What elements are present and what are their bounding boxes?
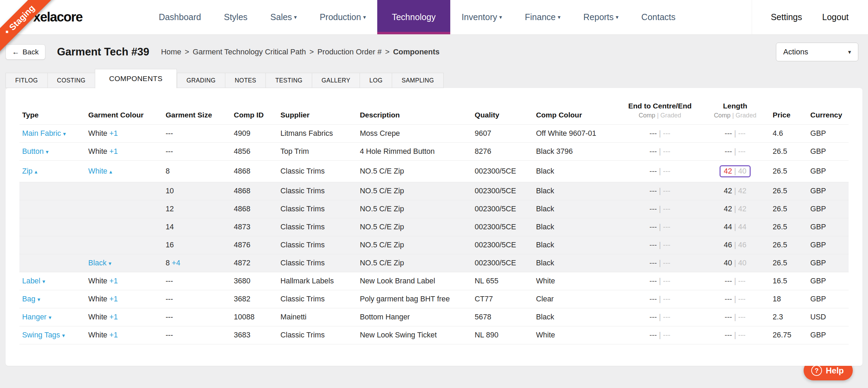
col-length: Length Comp | Graded — [700, 100, 770, 125]
supplier-cell: Classic Trims — [278, 326, 357, 344]
actions-dropdown[interactable]: Actions ▾ — [776, 43, 858, 61]
nav-item-technology[interactable]: Technology — [377, 0, 450, 34]
nav-item-dashboard[interactable]: Dashboard — [147, 0, 213, 34]
nav-item-sales[interactable]: Sales▾ — [259, 0, 308, 34]
currency-cell: GBP — [807, 254, 849, 272]
comp-graded-pair: 42 | 42 — [724, 187, 746, 195]
page-header: ← Back Garment Tech #39 Home>Garment Tec… — [0, 35, 868, 67]
pair-separator: | — [732, 187, 738, 195]
back-button[interactable]: ← Back — [6, 44, 45, 60]
tab-costing[interactable]: COSTING — [47, 73, 95, 88]
garment-colour-more-link[interactable]: +1 — [109, 129, 118, 138]
graded-value: --- — [663, 147, 670, 156]
description-cell: NO.5 C/E Zip — [357, 254, 472, 272]
garment-colour-link[interactable]: Black▾ — [88, 259, 111, 267]
tab-testing[interactable]: TESTING — [265, 73, 312, 88]
breadcrumb-item[interactable]: Home — [161, 47, 181, 56]
type-link[interactable]: Hanger▾ — [22, 313, 52, 321]
logout-link[interactable]: Logout — [822, 12, 849, 22]
garment-colour-cell — [85, 236, 163, 254]
garment-colour-more-link[interactable]: +1 — [109, 277, 118, 285]
comp-colour-cell: White — [533, 272, 620, 290]
garment-size-cell: --- — [163, 272, 231, 290]
tab-gallery[interactable]: GALLERY — [312, 73, 360, 88]
comp-id-cell: 4876 — [231, 236, 278, 254]
type-link[interactable]: Bag▾ — [22, 295, 40, 303]
price-cell: 26.75 — [770, 326, 808, 344]
graded-value: --- — [738, 277, 745, 285]
supplier-cell: Hallmark Labels — [278, 272, 357, 290]
description-cell: 4 Hole Rimmed Button — [357, 143, 472, 161]
tab-components[interactable]: COMPONENTS — [95, 69, 177, 88]
garment-size-text: 16 — [165, 241, 174, 249]
comp-value: 42 — [724, 187, 732, 195]
comp-id-cell: 4856 — [231, 143, 278, 161]
breadcrumb-item[interactable]: Production Order # — [317, 47, 382, 56]
garment-colour-link[interactable]: White▴ — [88, 167, 112, 175]
graded-value: --- — [738, 147, 745, 156]
pair-separator: | — [732, 295, 738, 303]
type-link[interactable]: Main Fabric▾ — [22, 129, 66, 138]
col-garment-colour: Garment Colour — [85, 100, 163, 125]
graded-value: --- — [738, 313, 745, 321]
graded-value: 44 — [738, 223, 747, 231]
tab-fitlog[interactable]: FITLOG — [6, 73, 47, 88]
graded-value: 42 — [738, 205, 747, 213]
tab-grading[interactable]: GRADING — [177, 73, 225, 88]
pair-separator: | — [657, 147, 663, 156]
garment-colour-text: White — [88, 277, 107, 285]
garment-size-cell: 8 — [163, 161, 231, 182]
table-row: Label▾ White +1 --- 3680 Hallmark Labels… — [19, 272, 849, 290]
pair-separator: | — [657, 129, 663, 138]
end-to-centre-cell: --- | --- — [620, 290, 700, 308]
garment-size-text: 8 — [165, 167, 170, 175]
graded-value: --- — [663, 241, 670, 249]
breadcrumb-item[interactable]: Garment Technology Critical Path — [193, 47, 306, 56]
description-cell: NO.5 C/E Zip — [357, 236, 472, 254]
type-link[interactable]: Label▾ — [22, 277, 45, 285]
graded-value: --- — [663, 205, 670, 213]
nav-item-styles[interactable]: Styles — [213, 0, 259, 34]
type-link[interactable]: Zip▴ — [22, 167, 37, 175]
garment-colour-more-link[interactable]: +1 — [109, 147, 118, 156]
pair-separator: | — [732, 331, 738, 339]
comp-graded-pair: --- | --- — [650, 259, 671, 267]
length-highlight-box[interactable]: 42 | 40 — [720, 165, 750, 177]
pair-separator: | — [732, 313, 738, 321]
table-header-row: Type Garment Colour Garment Size Comp ID… — [19, 100, 849, 125]
description-cell: NO.5 C/E Zip — [357, 218, 472, 236]
garment-colour-more-link[interactable]: +1 — [109, 295, 118, 303]
price-cell: 2.3 — [770, 308, 808, 326]
nav-item-finance[interactable]: Finance▾ — [514, 0, 572, 34]
comp-value: --- — [650, 331, 657, 339]
end-to-centre-cell: --- | --- — [620, 161, 700, 182]
comp-value: --- — [650, 187, 657, 195]
tab-sampling[interactable]: SAMPLING — [392, 73, 444, 88]
garment-colour-cell: White +1 — [85, 290, 163, 308]
garment-colour-text: White — [88, 129, 107, 138]
brand-logo[interactable]: xelacore — [33, 10, 82, 25]
graded-value: --- — [663, 167, 670, 175]
tab-log[interactable]: LOG — [360, 73, 392, 88]
quality-cell: 002300/5CE — [472, 200, 533, 218]
comp-graded-pair: 40 | 40 — [724, 259, 746, 267]
comp-graded-pair: --- | --- — [725, 129, 746, 138]
nav-item-reports[interactable]: Reports▾ — [572, 0, 630, 34]
nav-item-inventory[interactable]: Inventory▾ — [450, 0, 514, 34]
garment-colour-more-link[interactable]: +1 — [109, 331, 118, 339]
table-row: 12 4868 Classic Trims NO.5 C/E Zip 00230… — [19, 200, 849, 218]
settings-link[interactable]: Settings — [771, 12, 802, 22]
type-link[interactable]: Swing Tags▾ — [22, 331, 65, 339]
garment-size-text: --- — [165, 129, 173, 138]
nav-right-links: Settings Logout — [752, 0, 849, 34]
type-link[interactable]: Button▾ — [22, 147, 48, 156]
currency-cell: USD — [807, 308, 849, 326]
nav-item-production[interactable]: Production▾ — [308, 0, 378, 34]
table-row: Zip▴ White▴ 8 4868 Classic Trims NO.5 C/… — [19, 161, 849, 182]
comp-value: 42 — [724, 205, 732, 213]
garment-colour-more-link[interactable]: +1 — [109, 313, 118, 321]
nav-item-contacts[interactable]: Contacts — [630, 0, 687, 34]
garment-size-more-link[interactable]: +4 — [172, 259, 180, 267]
tab-notes[interactable]: NOTES — [225, 73, 265, 88]
comp-graded-pair: --- | --- — [650, 205, 671, 213]
